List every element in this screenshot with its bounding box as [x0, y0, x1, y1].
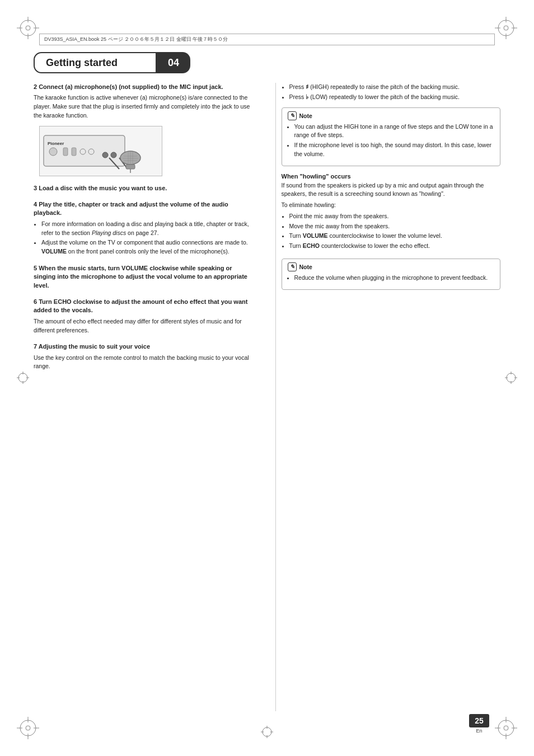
note-icon-1: ✎: [288, 111, 297, 120]
svg-point-47: [111, 152, 116, 158]
svg-rect-51: [126, 165, 135, 169]
note-2-bullets: Reduce the volume when plugging in the m…: [294, 274, 495, 283]
howling-bullet-1: Point the mic away from the speakers.: [289, 212, 501, 221]
svg-point-0: [20, 20, 36, 36]
section-7-heading: 7 Adjusting the music to suit your voice: [34, 342, 253, 351]
corner-mark-tr: [495, 17, 517, 39]
corner-mark-tl: [17, 17, 39, 39]
page-footer: 25 En: [469, 714, 489, 734]
section-5: 5 When the music starts, turn VOLUME clo…: [34, 264, 253, 290]
bottom-center-crosshair: [261, 726, 273, 739]
section-2-body: The karaoke function is active whenever …: [34, 93, 253, 120]
svg-point-18: [498, 720, 514, 736]
note-header-1: ✎ Note: [288, 111, 495, 120]
page-number: 25: [469, 714, 489, 727]
section-3: 3 Load a disc with the music you want to…: [34, 184, 253, 192]
note-1-bullets: You can adjust the HIGH tone in a range …: [294, 123, 495, 159]
corner-mark-bl: [17, 717, 39, 739]
svg-point-7: [504, 26, 508, 30]
howling-heading: When "howling" occurs: [282, 173, 501, 180]
howling-section: When "howling" occurs If sound from the …: [282, 173, 501, 251]
svg-point-6: [498, 20, 514, 36]
right-bullet-high: Press ♯ (HIGH) repeatedly to raise the p…: [289, 83, 501, 92]
howling-body: If sound from the speakers is picked up …: [282, 181, 501, 199]
svg-point-41: [49, 148, 57, 156]
note-2-bullet-1: Reduce the volume when plugging in the m…: [294, 274, 495, 283]
left-mid-crosshair: [17, 372, 29, 385]
header-title: Getting started: [34, 52, 157, 73]
howling-bullet-2: Move the mic away from the speakers.: [289, 222, 501, 231]
howling-bullet-4: Turn ECHO counterclockwise to lower the …: [289, 242, 501, 251]
svg-point-1: [26, 26, 30, 30]
svg-point-19: [504, 726, 508, 730]
section-4-bullets: For more information on loading a disc a…: [41, 220, 253, 256]
meta-bar: DV393S_ASIA_EN.book 25 ページ ２００６年５月１２日 金曜…: [39, 34, 495, 45]
section-2-heading: 2 Connect (a) microphone(s) (not supplie…: [34, 83, 253, 91]
svg-rect-43: [72, 148, 76, 156]
right-column: Press ♯ (HIGH) repeatedly to raise the p…: [275, 83, 501, 711]
main-content: 2 Connect (a) microphone(s) (not supplie…: [34, 83, 500, 711]
section-3-heading: 3 Load a disc with the music you want to…: [34, 184, 253, 192]
svg-rect-42: [63, 148, 68, 156]
section-6-body: The amount of echo effect needed may dif…: [34, 317, 253, 335]
note-header-2: ✎ Note: [288, 262, 495, 271]
howling-bullet-3: Turn VOLUME counterclockwise to lower th…: [289, 232, 501, 241]
svg-point-24: [18, 373, 27, 382]
section-4: 4 Play the title, chapter or track and a…: [34, 200, 253, 256]
section-4-bullet-1: For more information on loading a disc a…: [41, 220, 253, 238]
note-1-bullet-2: If the microphone level is too high, the…: [294, 141, 495, 159]
meta-file-info: DV393S_ASIA_EN.book 25 ページ ２００６年５月１２日 金曜…: [44, 36, 228, 42]
section-4-bullet-2: Adjust the volume on the TV or component…: [41, 238, 253, 256]
corner-mark-br: [495, 717, 517, 739]
section-2: 2 Connect (a) microphone(s) (not supplie…: [34, 83, 253, 176]
right-top-bullets: Press ♯ (HIGH) repeatedly to raise the p…: [289, 83, 501, 102]
howling-bullets: Point the mic away from the speakers. Mo…: [289, 212, 501, 251]
note-1-bullet-1: You can adjust the HIGH tone in a range …: [294, 123, 495, 140]
right-mid-crosshair: [505, 372, 517, 385]
left-column: 2 Connect (a) microphone(s) (not supplie…: [34, 83, 259, 711]
note-box-1: ✎ Note You can adjust the HIGH tone in a…: [282, 107, 501, 166]
section-4-heading: 4 Play the title, chapter or track and a…: [34, 200, 253, 218]
section-6: 6 Turn ECHO clockwise to adjust the amou…: [34, 298, 253, 335]
svg-point-12: [20, 720, 36, 736]
device-image: Pioneer: [39, 126, 162, 176]
svg-point-13: [26, 726, 30, 730]
section-6-heading: 6 Turn ECHO clockwise to adjust the amou…: [34, 298, 253, 315]
note-box-2: ✎ Note Reduce the volume when plugging i…: [282, 259, 501, 290]
svg-point-46: [102, 152, 108, 158]
section-7-body: Use the key control on the remote contro…: [34, 354, 253, 372]
note-icon-2: ✎: [288, 262, 297, 271]
section-7: 7 Adjusting the music to suit your voice…: [34, 342, 253, 371]
howling-intro: To eliminate howling:: [282, 201, 501, 210]
page-locale: En: [476, 728, 482, 734]
page-header: Getting started 04: [34, 50, 500, 75]
header-chapter-number: 04: [157, 52, 190, 73]
section-5-heading: 5 When the music starts, turn VOLUME clo…: [34, 264, 253, 290]
svg-point-29: [507, 373, 516, 382]
svg-text:Pioneer: Pioneer: [48, 141, 64, 146]
svg-point-34: [263, 727, 271, 736]
right-bullet-low: Press ♭ (LOW) repeatedly to lower the pi…: [289, 93, 501, 102]
